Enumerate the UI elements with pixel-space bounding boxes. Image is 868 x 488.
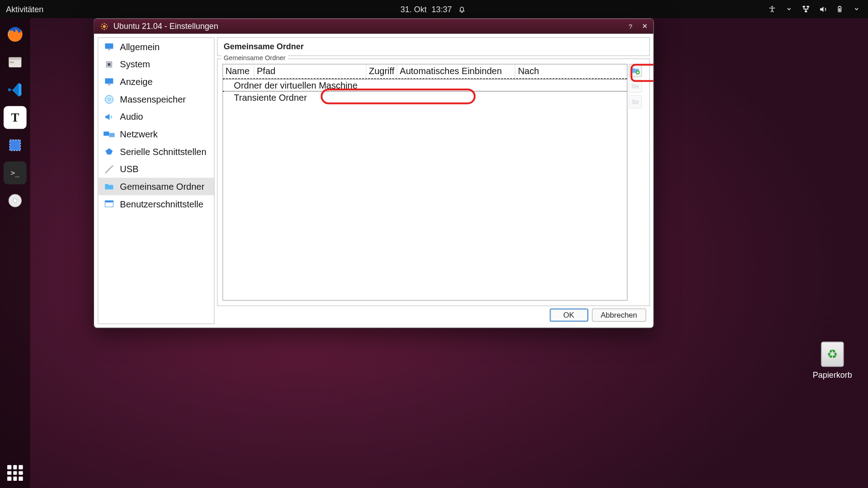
sidebar-item-label: System xyxy=(120,59,150,70)
sidebar-item-display[interactable]: Anzeige xyxy=(98,73,214,90)
network-wired-icon[interactable] xyxy=(801,4,811,14)
svg-point-20 xyxy=(108,98,110,100)
sidebar-item-audio[interactable]: Audio xyxy=(98,108,214,126)
chevron-down-icon[interactable] xyxy=(783,4,794,14)
sidebar-item-label: Massenspeicher xyxy=(120,94,186,104)
column-access[interactable]: Zugriff xyxy=(367,65,397,79)
monitor-icon xyxy=(103,41,115,53)
volume-icon[interactable] xyxy=(817,4,828,14)
cancel-button[interactable]: Abbrechen xyxy=(592,309,646,322)
settings-window: Ubuntu 21.04 - Einstellungen ? ✕ Allgeme… xyxy=(94,18,654,328)
sidebar-item-label: Gemeinsame Ordner xyxy=(120,181,204,192)
svg-point-0 xyxy=(771,6,773,7)
sidebar-item-shared-folders[interactable]: Gemeinsame Ordner xyxy=(98,178,214,195)
sidebar-item-system[interactable]: System xyxy=(98,56,214,73)
sidebar-item-label: Anzeige xyxy=(120,76,152,87)
dock: T >_ xyxy=(0,18,30,488)
dock-firefox[interactable] xyxy=(4,23,27,46)
dialog-buttons: OK Abbrechen xyxy=(217,309,650,324)
help-button[interactable]: ? xyxy=(625,23,636,30)
sidebar-item-label: Netzwerk xyxy=(120,129,157,139)
titlebar[interactable]: Ubuntu 21.04 - Einstellungen ? ✕ xyxy=(94,19,653,33)
table-header: Name Pfad Zugriff Automatisches Einbinde… xyxy=(223,65,627,79)
dock-files[interactable] xyxy=(4,51,27,74)
settings-sidebar: Allgemein System Anzeige Massenspeicher … xyxy=(98,38,215,324)
group-legend: Gemeinsame Ordner xyxy=(221,54,288,61)
window-title: Ubuntu 21.04 - Einstellungen xyxy=(113,22,218,31)
network-icon xyxy=(103,128,115,140)
dock-disc[interactable] xyxy=(4,189,27,212)
usb-icon xyxy=(103,163,115,175)
dock-vscode[interactable] xyxy=(4,78,27,101)
svg-rect-2 xyxy=(839,8,840,11)
disk-icon xyxy=(103,93,115,105)
remove-folder-button xyxy=(629,95,642,108)
close-button[interactable]: ✕ xyxy=(640,22,650,30)
table-group-transient-folders[interactable]: Transiente Ordner xyxy=(223,92,627,103)
panel-date[interactable]: 31. Okt xyxy=(401,5,427,14)
battery-icon[interactable] xyxy=(834,4,845,14)
chip-icon xyxy=(103,58,115,70)
dock-screenshot[interactable] xyxy=(4,134,27,157)
sidebar-item-label: Serielle Schnittstellen xyxy=(120,146,206,157)
serial-icon xyxy=(103,145,115,158)
edit-folder-button xyxy=(629,80,642,93)
column-name[interactable]: Name xyxy=(223,65,254,79)
add-folder-button[interactable] xyxy=(629,64,642,77)
svg-rect-23 xyxy=(105,171,107,173)
speaker-icon xyxy=(103,111,115,123)
table-group-machine-folders[interactable]: Ordner der virtuellen Maschine xyxy=(223,79,627,92)
activities-button[interactable]: Aktivitäten xyxy=(0,5,43,14)
svg-rect-8 xyxy=(10,140,20,150)
monitor-icon xyxy=(103,75,115,88)
sidebar-item-general[interactable]: Allgemein xyxy=(98,38,214,56)
sidebar-item-serial[interactable]: Serielle Schnittstellen xyxy=(98,143,214,160)
svg-rect-7 xyxy=(10,61,14,63)
svg-rect-13 xyxy=(105,43,113,48)
desktop-trash-label: Papierkorb xyxy=(813,371,852,380)
dock-terminal[interactable]: >_ xyxy=(4,161,27,184)
column-at[interactable]: Nach xyxy=(515,65,627,79)
accessibility-icon[interactable] xyxy=(767,4,778,14)
top-panel: Aktivitäten 31. Okt 13:37 xyxy=(0,0,868,18)
svg-rect-14 xyxy=(108,49,110,50)
sidebar-item-label: Allgemein xyxy=(120,42,160,52)
sidebar-item-label: Audio xyxy=(120,112,143,122)
shared-folders-table[interactable]: Name Pfad Zugriff Automatisches Einbinde… xyxy=(222,64,627,300)
sidebar-item-network[interactable]: Netzwerk xyxy=(98,125,214,143)
dock-show-apps[interactable] xyxy=(7,465,23,481)
sidebar-item-label: USB xyxy=(120,164,138,174)
svg-rect-17 xyxy=(105,78,113,84)
svg-rect-22 xyxy=(109,133,114,137)
svg-rect-16 xyxy=(108,63,110,66)
ui-icon xyxy=(103,198,115,210)
folder-icon xyxy=(103,180,115,192)
svg-rect-26 xyxy=(105,200,113,202)
column-automount[interactable]: Automatisches Einbinden xyxy=(397,65,515,79)
table-toolbar xyxy=(629,64,645,300)
svg-rect-3 xyxy=(839,6,840,7)
dock-text-editor[interactable]: T xyxy=(4,106,27,129)
trash-icon: ♻ xyxy=(821,342,844,367)
svg-rect-18 xyxy=(108,84,110,85)
shared-folders-group: Gemeinsame Ordner Name Pfad Zugriff Auto… xyxy=(217,58,650,306)
svg-rect-21 xyxy=(104,131,109,136)
sidebar-item-label: Benutzerschnittstelle xyxy=(120,199,203,209)
sidebar-item-usb[interactable]: USB xyxy=(98,160,214,178)
gear-icon xyxy=(99,21,110,32)
svg-rect-6 xyxy=(9,57,21,60)
svg-point-24 xyxy=(111,164,113,167)
chevron-down-icon[interactable] xyxy=(851,4,862,14)
ok-button[interactable]: OK xyxy=(549,309,588,322)
column-path[interactable]: Pfad xyxy=(255,65,367,79)
sidebar-item-storage[interactable]: Massenspeicher xyxy=(98,90,214,108)
svg-point-11 xyxy=(13,199,17,202)
sidebar-item-user-interface[interactable]: Benutzerschnittstelle xyxy=(98,195,214,213)
svg-point-12 xyxy=(103,25,106,28)
panel-time[interactable]: 13:37 xyxy=(431,5,452,14)
notifications-icon[interactable] xyxy=(457,4,467,14)
breadcrumb: Gemeinsame Ordner xyxy=(217,38,650,56)
desktop-trash[interactable]: ♻ Papierkorb xyxy=(805,342,859,380)
